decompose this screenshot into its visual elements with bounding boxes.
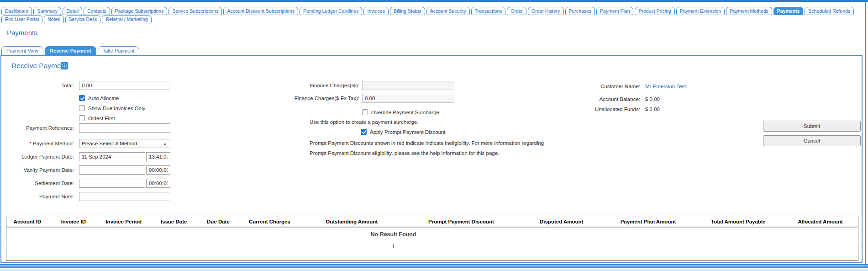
main-tab[interactable]: Summary bbox=[33, 7, 61, 15]
table-column-header: Account ID bbox=[6, 219, 48, 224]
info-icon[interactable]: ⓘ bbox=[61, 62, 68, 69]
page-title: Payments bbox=[7, 29, 37, 37]
main-tab[interactable]: Payments bbox=[773, 7, 804, 15]
bottom-border-line bbox=[0, 264, 868, 266]
payment-note-label: Payment Note: bbox=[0, 194, 74, 199]
main-tab[interactable]: Service Subscriptions bbox=[168, 7, 222, 15]
main-tab[interactable]: Product Pricing bbox=[635, 7, 674, 15]
table-column-header: Current Charges bbox=[237, 219, 301, 224]
main-tab[interactable]: Order bbox=[507, 7, 526, 15]
ledger-payment-time-input[interactable] bbox=[146, 152, 170, 161]
main-tab[interactable]: Account Discount Subscriptions bbox=[223, 7, 298, 15]
page-number[interactable]: 1 bbox=[6, 244, 780, 249]
receive-payment-title: Receive Payment bbox=[11, 62, 67, 70]
settlement-date-label: Settlement Date: bbox=[0, 181, 74, 186]
show-due-invoices-label: Show Due Invoices Only bbox=[88, 106, 145, 111]
table-column-header: Invoice ID bbox=[48, 219, 99, 224]
total-input[interactable] bbox=[79, 81, 170, 90]
oldest-first-checkbox[interactable] bbox=[79, 115, 85, 121]
table-column-header: Invoice Period bbox=[99, 219, 149, 224]
table-column-header: Payment Plan Amount bbox=[603, 219, 694, 224]
payments-page: DashboardSummaryDetailContactsPackage Su… bbox=[0, 0, 868, 271]
table-column-header: Issue Date bbox=[149, 219, 199, 224]
override-surcharge-checkbox[interactable] bbox=[362, 109, 368, 115]
show-due-row: Show Due Invoices Only bbox=[79, 105, 145, 111]
invoices-table: Account IDInvoice IDInvoice PeriodIssue … bbox=[6, 216, 858, 241]
payments-subtab[interactable]: Payment View bbox=[1, 46, 43, 56]
invoices-table-header: Account IDInvoice IDInvoice PeriodIssue … bbox=[6, 216, 858, 228]
pagination-box: 1 bbox=[6, 242, 858, 261]
finance-charges-amt-input[interactable] bbox=[362, 94, 453, 103]
table-column-header: Total Amount Payable bbox=[694, 219, 783, 224]
main-tab[interactable]: Payment Extension bbox=[676, 7, 725, 15]
main-tab[interactable]: Referral / Marketing bbox=[102, 15, 151, 23]
main-tab[interactable]: Purchases bbox=[565, 7, 595, 15]
oldest-first-label: Oldest First bbox=[88, 116, 115, 121]
cancel-button[interactable]: Cancel bbox=[763, 135, 861, 146]
auto-allocate-label: Auto Allocate bbox=[88, 96, 119, 101]
main-tab[interactable]: Billing Status bbox=[390, 7, 425, 15]
top-border-bar bbox=[0, 0, 868, 2]
table-column-header: Outstanding Amount bbox=[301, 219, 402, 224]
chevron-down-icon: ⌄ bbox=[163, 139, 167, 147]
auto-allocate-checkbox[interactable] bbox=[79, 95, 85, 101]
customer-name-label: Customer Name: bbox=[571, 84, 640, 89]
finance-charges-pct-input[interactable] bbox=[362, 81, 453, 90]
table-column-header: Due Date bbox=[199, 219, 238, 224]
payments-subtab[interactable]: Receive Payment bbox=[45, 46, 96, 56]
account-balance-value: $ 0.00 bbox=[645, 96, 660, 102]
apply-ppd-label: Apply Prompt Payment Discount bbox=[370, 129, 446, 135]
payment-method-select[interactable]: Please Select A Method ⌄ bbox=[79, 139, 170, 148]
main-tab[interactable]: Payment Methods bbox=[726, 7, 772, 15]
main-tab[interactable]: Transactions bbox=[471, 7, 506, 15]
finance-charges-amt-label: Finance Charges($ Ex Tax): bbox=[256, 96, 359, 101]
ledger-payment-date-input[interactable] bbox=[79, 152, 145, 161]
main-tab[interactable]: Invoices bbox=[363, 7, 389, 15]
main-tab[interactable]: Account Security bbox=[426, 7, 470, 15]
ppd-note: Prompt Payment Discounts shown in red in… bbox=[310, 138, 558, 158]
vanity-payment-date-input[interactable] bbox=[79, 165, 145, 175]
main-tab[interactable]: Dashboard bbox=[1, 7, 32, 15]
table-column-header: Allocated Amount bbox=[783, 219, 858, 224]
show-due-invoices-checkbox[interactable] bbox=[79, 105, 85, 111]
auto-allocate-row: Auto Allocate bbox=[79, 95, 119, 101]
main-tab[interactable]: Service Desk bbox=[65, 15, 101, 23]
settlement-time-input[interactable] bbox=[146, 179, 170, 188]
main-tab[interactable]: Pending Ledger Cardlines bbox=[300, 7, 362, 15]
apply-ppd-checkbox[interactable] bbox=[361, 129, 367, 135]
vanity-payment-date-label: Vanity Payment Date: bbox=[0, 167, 74, 173]
payments-subtab-bar: Payment ViewReceive PaymentTake Payment bbox=[1, 46, 139, 56]
account-balance-label: Account Balance: bbox=[571, 96, 640, 102]
surcharge-note: Use this option to create a payment surc… bbox=[310, 119, 418, 125]
main-tab[interactable]: Order History bbox=[528, 7, 563, 15]
required-asterisk: * bbox=[29, 141, 31, 146]
customer-name-link[interactable]: Mr Emersion Test bbox=[645, 84, 686, 89]
bottom-strip bbox=[0, 269, 868, 271]
oldest-first-row: Oldest First bbox=[79, 115, 115, 121]
apply-ppd-row: Apply Prompt Payment Discount bbox=[361, 129, 446, 135]
settlement-date-input[interactable] bbox=[79, 179, 145, 188]
payment-method-label: * Payment Method: bbox=[0, 141, 74, 146]
payments-subtab[interactable]: Take Payment bbox=[98, 46, 140, 56]
payment-note-input[interactable] bbox=[79, 192, 170, 201]
outer-right-border bbox=[865, 2, 866, 268]
override-surcharge-label: Override Payment Surcharge bbox=[371, 110, 439, 115]
main-tab[interactable]: Notes bbox=[44, 15, 63, 23]
table-column-header: Disputed Amount bbox=[521, 219, 603, 224]
payment-reference-input[interactable] bbox=[79, 123, 170, 133]
total-label: Total: bbox=[0, 83, 74, 88]
main-tab[interactable]: Contacts bbox=[84, 7, 110, 15]
main-tab[interactable]: Detail bbox=[63, 7, 82, 15]
submit-button[interactable]: Submit bbox=[763, 121, 861, 132]
main-tab[interactable]: Package Subscriptions bbox=[111, 7, 168, 15]
table-column-header: Prompt Payment Discount bbox=[402, 219, 521, 224]
unallocated-funds-label: Unallocated Funds: bbox=[571, 106, 640, 112]
unallocated-funds-value: $ 0.00 bbox=[645, 106, 660, 112]
vanity-payment-time-input[interactable] bbox=[146, 165, 170, 175]
ledger-payment-date-label: Ledger Payment Date: bbox=[0, 154, 74, 159]
main-tab[interactable]: End User Portal bbox=[1, 15, 42, 23]
main-tab[interactable]: Payment Plan bbox=[596, 7, 633, 15]
no-result-row: No Result Found bbox=[6, 228, 858, 241]
main-tab[interactable]: Scheduled Refunds bbox=[805, 7, 854, 15]
main-tab-bar-row1: DashboardSummaryDetailContactsPackage Su… bbox=[1, 7, 854, 15]
